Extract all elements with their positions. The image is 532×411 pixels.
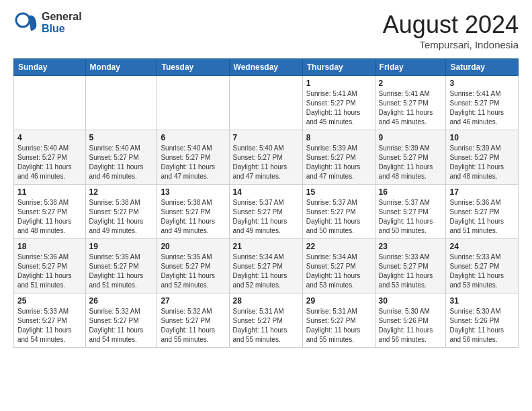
- calendar-cell: 21Sunrise: 5:34 AM Sunset: 5:27 PM Dayli…: [229, 239, 302, 293]
- calendar-cell: 23Sunrise: 5:33 AM Sunset: 5:27 PM Dayli…: [375, 239, 446, 293]
- calendar-cell: 11Sunrise: 5:38 AM Sunset: 5:27 PM Dayli…: [14, 185, 86, 239]
- calendar-header-friday: Friday: [375, 59, 446, 76]
- day-number: 12: [89, 187, 154, 197]
- page: General Blue August 2024 Tempursari, Ind…: [0, 0, 532, 361]
- day-info: Sunrise: 5:33 AM Sunset: 5:27 PM Dayligh…: [17, 307, 82, 345]
- calendar-cell: 2Sunrise: 5:41 AM Sunset: 5:27 PM Daylig…: [375, 76, 446, 130]
- day-info: Sunrise: 5:31 AM Sunset: 5:27 PM Dayligh…: [233, 307, 299, 345]
- calendar-cell: 24Sunrise: 5:33 AM Sunset: 5:27 PM Dayli…: [446, 239, 519, 293]
- logo-general-text: General: [42, 11, 82, 23]
- day-info: Sunrise: 5:33 AM Sunset: 5:27 PM Dayligh…: [449, 253, 515, 290]
- day-number: 26: [89, 296, 154, 306]
- day-number: 28: [233, 296, 299, 306]
- day-number: 3: [449, 79, 515, 88]
- title-area: August 2024 Tempursari, Indonesia: [383, 11, 519, 50]
- day-number: 10: [449, 133, 515, 142]
- day-number: 8: [306, 133, 371, 142]
- calendar-cell: 10Sunrise: 5:39 AM Sunset: 5:27 PM Dayli…: [446, 130, 519, 185]
- calendar-cell: 15Sunrise: 5:37 AM Sunset: 5:27 PM Dayli…: [302, 185, 375, 239]
- day-number: 29: [306, 296, 371, 306]
- day-number: 21: [233, 242, 299, 251]
- day-number: 19: [89, 242, 154, 251]
- calendar-cell: 16Sunrise: 5:37 AM Sunset: 5:27 PM Dayli…: [375, 185, 446, 239]
- day-info: Sunrise: 5:34 AM Sunset: 5:27 PM Dayligh…: [306, 253, 371, 290]
- calendar-week-row: 1Sunrise: 5:41 AM Sunset: 5:27 PM Daylig…: [14, 76, 519, 130]
- calendar-cell: 29Sunrise: 5:31 AM Sunset: 5:27 PM Dayli…: [302, 293, 375, 348]
- calendar-week-row: 25Sunrise: 5:33 AM Sunset: 5:27 PM Dayli…: [14, 293, 519, 348]
- svg-point-0: [16, 13, 30, 27]
- day-number: 25: [17, 296, 82, 306]
- calendar-week-row: 11Sunrise: 5:38 AM Sunset: 5:27 PM Dayli…: [14, 185, 519, 239]
- calendar-cell: 25Sunrise: 5:33 AM Sunset: 5:27 PM Dayli…: [14, 293, 86, 348]
- calendar-cell: 8Sunrise: 5:39 AM Sunset: 5:27 PM Daylig…: [302, 130, 375, 185]
- calendar-header-monday: Monday: [85, 59, 157, 76]
- calendar-header-thursday: Thursday: [302, 59, 375, 76]
- calendar-cell: 20Sunrise: 5:35 AM Sunset: 5:27 PM Dayli…: [157, 239, 229, 293]
- day-info: Sunrise: 5:38 AM Sunset: 5:27 PM Dayligh…: [161, 198, 225, 236]
- day-info: Sunrise: 5:36 AM Sunset: 5:27 PM Dayligh…: [17, 253, 82, 290]
- calendar-cell: 14Sunrise: 5:37 AM Sunset: 5:27 PM Dayli…: [229, 185, 302, 239]
- calendar-cell: 9Sunrise: 5:39 AM Sunset: 5:27 PM Daylig…: [375, 130, 446, 185]
- day-info: Sunrise: 5:40 AM Sunset: 5:27 PM Dayligh…: [89, 144, 154, 181]
- logo-text: General Blue: [42, 11, 82, 34]
- day-number: 11: [17, 187, 82, 197]
- day-info: Sunrise: 5:37 AM Sunset: 5:27 PM Dayligh…: [233, 198, 299, 236]
- calendar-cell: [229, 76, 302, 130]
- calendar-cell: 4Sunrise: 5:40 AM Sunset: 5:27 PM Daylig…: [14, 130, 86, 185]
- day-info: Sunrise: 5:35 AM Sunset: 5:27 PM Dayligh…: [161, 253, 225, 290]
- calendar-cell: 22Sunrise: 5:34 AM Sunset: 5:27 PM Dayli…: [302, 239, 375, 293]
- day-number: 6: [161, 133, 225, 142]
- day-info: Sunrise: 5:30 AM Sunset: 5:26 PM Dayligh…: [379, 307, 443, 345]
- day-number: 16: [379, 187, 443, 197]
- day-info: Sunrise: 5:39 AM Sunset: 5:27 PM Dayligh…: [306, 144, 371, 181]
- calendar-cell: [85, 76, 157, 130]
- day-number: 7: [233, 133, 299, 142]
- calendar-cell: 27Sunrise: 5:32 AM Sunset: 5:27 PM Dayli…: [157, 293, 229, 348]
- calendar-week-row: 4Sunrise: 5:40 AM Sunset: 5:27 PM Daylig…: [14, 130, 519, 185]
- month-title: August 2024: [383, 11, 519, 39]
- day-number: 18: [17, 242, 82, 251]
- calendar-cell: [14, 76, 86, 130]
- day-info: Sunrise: 5:40 AM Sunset: 5:27 PM Dayligh…: [161, 144, 225, 181]
- day-info: Sunrise: 5:37 AM Sunset: 5:27 PM Dayligh…: [379, 198, 443, 236]
- day-info: Sunrise: 5:32 AM Sunset: 5:27 PM Dayligh…: [89, 307, 154, 345]
- logo-blue-text: Blue: [42, 23, 82, 35]
- calendar-cell: 1Sunrise: 5:41 AM Sunset: 5:27 PM Daylig…: [302, 76, 375, 130]
- day-info: Sunrise: 5:37 AM Sunset: 5:27 PM Dayligh…: [306, 198, 371, 236]
- day-info: Sunrise: 5:32 AM Sunset: 5:27 PM Dayligh…: [161, 307, 225, 345]
- day-info: Sunrise: 5:34 AM Sunset: 5:27 PM Dayligh…: [233, 253, 299, 290]
- day-info: Sunrise: 5:30 AM Sunset: 5:26 PM Dayligh…: [449, 307, 515, 345]
- calendar-header-saturday: Saturday: [446, 59, 519, 76]
- day-number: 2: [379, 79, 443, 88]
- day-info: Sunrise: 5:36 AM Sunset: 5:27 PM Dayligh…: [449, 198, 515, 236]
- calendar-header-wednesday: Wednesday: [229, 59, 302, 76]
- day-number: 30: [379, 296, 443, 306]
- day-number: 27: [161, 296, 225, 306]
- day-info: Sunrise: 5:39 AM Sunset: 5:27 PM Dayligh…: [379, 144, 443, 181]
- day-info: Sunrise: 5:38 AM Sunset: 5:27 PM Dayligh…: [17, 198, 82, 236]
- day-number: 23: [379, 242, 443, 251]
- day-info: Sunrise: 5:41 AM Sunset: 5:27 PM Dayligh…: [379, 89, 443, 127]
- day-info: Sunrise: 5:41 AM Sunset: 5:27 PM Dayligh…: [306, 89, 371, 127]
- calendar-cell: 7Sunrise: 5:40 AM Sunset: 5:27 PM Daylig…: [229, 130, 302, 185]
- day-number: 31: [449, 296, 515, 306]
- calendar-header-sunday: Sunday: [14, 59, 86, 76]
- day-number: 1: [306, 79, 371, 88]
- calendar-cell: 28Sunrise: 5:31 AM Sunset: 5:27 PM Dayli…: [229, 293, 302, 348]
- day-number: 9: [379, 133, 443, 142]
- calendar-cell: [157, 76, 229, 130]
- day-info: Sunrise: 5:40 AM Sunset: 5:27 PM Dayligh…: [233, 144, 299, 181]
- calendar-cell: 5Sunrise: 5:40 AM Sunset: 5:27 PM Daylig…: [85, 130, 157, 185]
- logo-icon: [13, 11, 38, 35]
- day-number: 5: [89, 133, 154, 142]
- location: Tempursari, Indonesia: [383, 39, 519, 50]
- calendar-cell: 6Sunrise: 5:40 AM Sunset: 5:27 PM Daylig…: [157, 130, 229, 185]
- day-number: 13: [161, 187, 225, 197]
- calendar-cell: 12Sunrise: 5:38 AM Sunset: 5:27 PM Dayli…: [85, 185, 157, 239]
- calendar-header-tuesday: Tuesday: [157, 59, 229, 76]
- day-info: Sunrise: 5:35 AM Sunset: 5:27 PM Dayligh…: [89, 253, 154, 290]
- calendar-cell: 3Sunrise: 5:41 AM Sunset: 5:27 PM Daylig…: [446, 76, 519, 130]
- day-info: Sunrise: 5:31 AM Sunset: 5:27 PM Dayligh…: [306, 307, 371, 345]
- calendar-cell: 31Sunrise: 5:30 AM Sunset: 5:26 PM Dayli…: [446, 293, 519, 348]
- logo: General Blue: [13, 11, 82, 35]
